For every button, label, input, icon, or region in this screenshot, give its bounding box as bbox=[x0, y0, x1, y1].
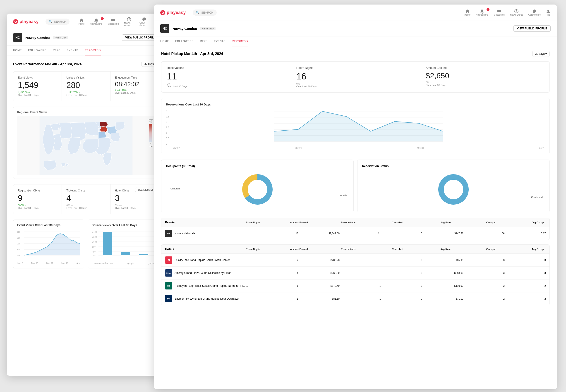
right-hotel-header: Hotel Pickup Mar 4th - Apr 3rd, 2024 30 … bbox=[161, 51, 550, 57]
stat-reg-clicks-label: Registration Clicks bbox=[18, 189, 57, 192]
col-reservations-h: Reservations bbox=[308, 248, 355, 251]
reservations-chart-inner: 3 2.5 2 1.5 1 0.5 0 bbox=[166, 109, 545, 149]
nav-color-theme[interactable]: Color theme bbox=[140, 17, 149, 27]
nav-how-it-works[interactable]: ? How it works bbox=[124, 17, 134, 27]
stat-event-views-label: Event Views bbox=[18, 76, 57, 79]
left-stats-row: Event Views 1,549 4,455.88% ↑Over Last 3… bbox=[13, 71, 159, 101]
left-nav-icons: Home 1 Notifications Messaging ? How it … bbox=[79, 17, 159, 27]
stat-unique-visitors-value: 280 bbox=[66, 81, 105, 90]
hotel-ar-0: $85.99 bbox=[422, 259, 463, 261]
res-status-donut-container: Confirmed bbox=[362, 171, 545, 208]
nav-notifications[interactable]: 1 Notifications bbox=[90, 18, 102, 25]
hotel-ao-3: 2 bbox=[505, 297, 546, 300]
svg-marker-18 bbox=[115, 122, 125, 130]
right-nav-color-theme[interactable]: Color theme bbox=[528, 9, 541, 16]
svg-rect-50 bbox=[121, 252, 130, 255]
right-nav-me[interactable]: Me bbox=[546, 9, 551, 16]
col-amount-booked-h: Amount Booked bbox=[260, 248, 308, 251]
tab-reports-left[interactable]: REPORTS ▾ bbox=[85, 45, 101, 56]
stat-ticketing-clicks-change: 0% —Over Last 30 Days bbox=[66, 204, 105, 209]
summary-room-nights: Room Nights 16 0% —Over Last 30 Days bbox=[291, 62, 420, 92]
right-nav-messaging[interactable]: Messaging bbox=[494, 9, 504, 16]
svg-point-1 bbox=[15, 21, 16, 22]
tab-followers-left[interactable]: FOLLOWERS bbox=[28, 45, 46, 56]
right-nav-home[interactable]: Home bbox=[464, 9, 470, 16]
left-admin-badge: Admin view bbox=[53, 36, 68, 39]
svg-marker-36 bbox=[24, 234, 80, 255]
stat-engagement-time-value: 08:42:02 bbox=[115, 81, 154, 88]
right-tab-home[interactable]: HOME bbox=[160, 36, 169, 46]
col-avg-occ-e: Avg Occup... bbox=[498, 221, 546, 224]
hotel-name-2: Holiday Inn Express & Suites Grand Rapid… bbox=[175, 284, 257, 287]
left-click-stats-row: SEE DETAILS Registration Clicks 9 800% ↑… bbox=[13, 184, 159, 214]
hotel-ao-0: 3 bbox=[505, 259, 546, 261]
right-tab-rfps[interactable]: RFPS bbox=[200, 36, 208, 46]
left-nav-bar: playeasy 🔍 SEARCH Home 1 Notifications M… bbox=[7, 14, 165, 30]
left-panel: playeasy 🔍 SEARCH Home 1 Notifications M… bbox=[7, 14, 165, 376]
right-nav-icons: Home 1 Notifications Messaging ? How it … bbox=[464, 9, 551, 16]
right-logo-text: playeasy bbox=[167, 10, 186, 15]
right-tab-reports[interactable]: REPORTS ▾ bbox=[232, 36, 248, 46]
right-nav-how-it-works[interactable]: ? How it works bbox=[510, 9, 523, 16]
tab-rfps-left[interactable]: RFPS bbox=[53, 45, 60, 56]
occupants-donut-container: Children Adults bbox=[166, 171, 349, 208]
stat-ticketing-clicks-label: Ticketing Clicks bbox=[66, 189, 105, 192]
left-tab-bar: HOME FOLLOWERS RFPS EVENTS REPORTS ▾ bbox=[7, 45, 165, 56]
map-legend-high-val: 519 bbox=[149, 121, 152, 123]
left-logo: playeasy bbox=[13, 19, 39, 24]
hotel-ab-0: $203.28 bbox=[298, 259, 340, 261]
tab-home-left[interactable]: HOME bbox=[13, 45, 22, 56]
source-views-bar-svg: 1,400 1,200 1,000 800 400 200 bbox=[92, 229, 155, 259]
events-row-reservations: 11 bbox=[340, 232, 381, 235]
events-row-logo: NN bbox=[165, 230, 172, 237]
logo-text: playeasy bbox=[19, 19, 39, 24]
svg-text:?: ? bbox=[128, 18, 130, 21]
reservations-y-axis: 3 2.5 2 1.5 1 0.5 0 bbox=[166, 109, 170, 145]
map-legend-bar bbox=[149, 124, 152, 142]
events-row-room-nights: 16 bbox=[257, 232, 298, 235]
hotel-logo-3: BW bbox=[165, 295, 172, 302]
adults-label: Adults bbox=[340, 194, 347, 197]
see-details-btn[interactable]: SEE DETAILS bbox=[135, 187, 156, 192]
right-scroll-area[interactable]: Hotel Pickup Mar 4th - Apr 3rd, 2024 30 … bbox=[154, 46, 557, 389]
right-tab-events[interactable]: EVENTS bbox=[214, 36, 226, 46]
event-views-chart-title: Event Views Over Last 30 Days bbox=[17, 223, 80, 227]
nav-messaging[interactable]: Messaging bbox=[108, 18, 119, 25]
right-panel: playeasy 🔍 SEARCH Home 1 Notifications M… bbox=[154, 4, 557, 389]
summary-amount-booked-value: $2,650 bbox=[426, 71, 544, 80]
right-profile-bar: NC Nuway Combat Admin view VIEW PUBLIC P… bbox=[154, 21, 557, 36]
svg-text:200: 200 bbox=[93, 254, 96, 257]
right-search-box[interactable]: 🔍 SEARCH bbox=[193, 10, 217, 16]
svg-point-66 bbox=[248, 180, 267, 199]
hotel-c-1: 0 bbox=[381, 272, 422, 274]
stat-reg-clicks-change: 800% ↑Over Last 30 Days bbox=[18, 204, 57, 209]
svg-rect-51 bbox=[139, 254, 148, 255]
hotel-rn-3: 1 bbox=[257, 297, 298, 300]
left-map-section: Regional Event Views bbox=[13, 107, 159, 179]
nav-home[interactable]: Home bbox=[79, 18, 85, 25]
hotel-logo-1: Hilton bbox=[165, 269, 172, 277]
res-status-donut-svg bbox=[435, 171, 472, 208]
right-profile-name: Nuway Combat bbox=[172, 27, 197, 30]
events-table-row-0: NN Nuway Nationals 16 $2,649.80 11 0 $14… bbox=[161, 227, 550, 240]
right-view-profile-btn[interactable]: VIEW PUBLIC PROFILE bbox=[513, 25, 551, 32]
stat-ticketing-clicks-value: 4 bbox=[66, 194, 105, 203]
tab-events-left[interactable]: EVENTS bbox=[67, 45, 78, 56]
left-search-box[interactable]: 🔍 SEARCH bbox=[45, 19, 70, 25]
svg-point-53 bbox=[162, 12, 163, 13]
hotel-ab-2: $145.40 bbox=[298, 284, 340, 287]
svg-text:100: 100 bbox=[17, 249, 20, 251]
left-view-profile-btn[interactable]: VIEW PUBLIC PROFILE bbox=[122, 34, 159, 41]
events-table-title: Events bbox=[165, 221, 212, 224]
right-nav-notifications[interactable]: 1 Notifications bbox=[476, 9, 488, 16]
event-views-x-labels: Mar 8 Mar 15 Mar 22 Mar 29 Apr bbox=[17, 262, 80, 265]
reservations-chart-body: Mar 27 Mar 29 Mar 31 Apr 1 bbox=[172, 109, 545, 149]
reservations-chart-title: Reservations Over Last 30 Days bbox=[166, 103, 545, 106]
hotel-c-2: 0 bbox=[381, 284, 422, 287]
right-period-btn[interactable]: 30 days ▾ bbox=[532, 51, 550, 57]
right-tab-followers[interactable]: FOLLOWERS bbox=[175, 36, 194, 46]
hotel-ab-3: $81.10 bbox=[298, 297, 340, 300]
svg-text:400: 400 bbox=[92, 251, 96, 253]
right-hotel-title: Hotel Pickup Mar 4th - Apr 3rd, 2024 bbox=[161, 52, 223, 56]
stat-hotel-clicks-change: 0% —Over Last 30 Days bbox=[115, 204, 154, 209]
